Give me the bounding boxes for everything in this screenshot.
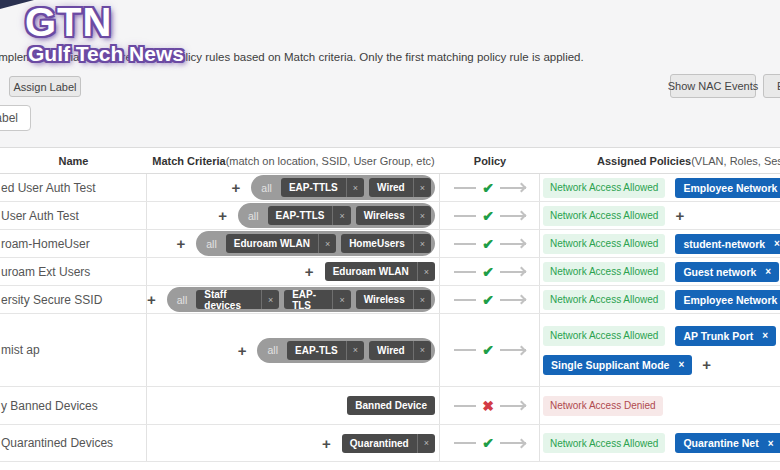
match-tag[interactable]: Eduroam WLAN× (325, 262, 435, 281)
assigned-policies-line: Network Access Allowed+ (543, 206, 780, 226)
policy-allow-icon[interactable]: ✔ (482, 293, 494, 307)
match-tag[interactable]: HomeUsers× (341, 234, 431, 253)
rule-name-label: y Banned Devices (1, 399, 98, 413)
match-tag[interactable]: Wired× (369, 341, 431, 360)
match-tag[interactable]: Wireless× (356, 206, 431, 225)
match-tag[interactable]: EAP-TLS× (287, 341, 364, 360)
policy-arrowhead-icon (516, 295, 526, 305)
match-criteria-cell: +Quarantined× (147, 425, 440, 461)
show-nac-events-button[interactable]: Show NAC Events (670, 74, 756, 98)
remove-tag-icon[interactable]: × (261, 290, 279, 309)
match-criteria-cell: +allEAP-TTLS×Wireless× (147, 202, 440, 229)
add-match-criteria-button[interactable]: + (232, 180, 241, 195)
match-operator-all: all (248, 210, 259, 222)
network-access-status[interactable]: Network Access Denied (543, 396, 663, 416)
assigned-policy-tag[interactable]: Employee Network× (675, 290, 780, 310)
remove-policy-icon[interactable]: × (678, 359, 684, 370)
add-match-criteria-button[interactable]: + (238, 343, 247, 358)
network-access-status[interactable]: Network Access Allowed (543, 290, 665, 310)
remove-policy-icon[interactable]: × (768, 438, 774, 449)
policy-arrowhead-icon (516, 345, 526, 355)
match-tag[interactable]: Banned Device (347, 396, 435, 415)
assigned-policy-tag[interactable]: student-network× (675, 234, 780, 254)
assigned-policies-cell: Network Access Allowed+ (540, 202, 780, 229)
remove-tag-icon[interactable]: × (346, 341, 364, 360)
assign-label-button[interactable]: Assign Label (9, 76, 81, 97)
assigned-policy-tag[interactable]: Employee Network× (675, 178, 780, 198)
network-access-status[interactable]: Network Access Allowed (543, 326, 665, 346)
match-criteria-cell: +allEAP-TTLS×Wired× (147, 174, 440, 201)
policy-deny-icon[interactable]: ✖ (482, 399, 494, 413)
match-tag[interactable]: Wireless× (356, 290, 431, 309)
remove-tag-icon[interactable]: × (413, 234, 431, 253)
assigned-policy-tag[interactable]: Single Supplicant Mode× (543, 355, 692, 375)
assigned-policies-cell: Network Access Allowedstudent-network×+ (540, 230, 780, 257)
policy-allow-icon[interactable]: ✔ (482, 436, 494, 450)
remove-tag-icon[interactable]: × (346, 178, 364, 197)
network-access-status[interactable]: Network Access Allowed (543, 262, 665, 282)
rule-name-cell[interactable]: y Banned Devices (0, 387, 147, 424)
network-access-status[interactable]: Network Access Allowed (543, 234, 665, 254)
assigned-policy-tag[interactable]: AP Trunk Port× (675, 326, 776, 346)
remove-tag-icon[interactable]: × (332, 206, 350, 225)
assigned-policy-tag[interactable]: Quarantine Net× (675, 433, 780, 453)
label-box[interactable]: abel (0, 105, 31, 131)
match-tag[interactable]: EAP-TTLS× (268, 206, 351, 225)
match-tag[interactable]: EAP-TLS× (284, 290, 351, 309)
policy-arrow: ✔ (454, 209, 525, 223)
assigned-policies-cell: Network Access Denied (540, 387, 780, 424)
policy-allow-icon[interactable]: ✔ (482, 265, 494, 279)
match-criteria-group: allStaff devices×EAP-TLS×Wireless× (167, 287, 435, 312)
remove-tag-icon[interactable]: × (318, 234, 336, 253)
remove-tag-icon[interactable]: × (413, 178, 431, 197)
policy-rules-table: Name Match Criteria (match on location, … (0, 147, 780, 462)
add-match-criteria-button[interactable]: + (147, 292, 156, 307)
policy-arrow: ✔ (454, 237, 525, 251)
rule-name-cell[interactable]: User Auth Test (0, 202, 147, 229)
network-access-status[interactable]: Network Access Allowed (543, 433, 665, 453)
policy-allow-icon[interactable]: ✔ (482, 343, 494, 357)
assigned-policy-label: student-network (683, 238, 765, 250)
remove-policy-icon[interactable]: × (765, 266, 771, 277)
rule-name-cell[interactable]: Quarantined Devices (0, 425, 147, 461)
remove-tag-icon[interactable]: × (413, 290, 431, 309)
partial-button-right[interactable]: E (763, 74, 780, 98)
remove-tag-icon[interactable]: × (413, 206, 431, 225)
remove-tag-icon[interactable]: × (413, 341, 431, 360)
add-policy-button[interactable]: + (702, 357, 711, 372)
add-match-criteria-button[interactable]: + (322, 436, 331, 451)
policy-arrow-line (454, 405, 476, 407)
assigned-policy-tag[interactable]: Guest network× (675, 262, 779, 282)
policy-arrow-line (454, 243, 476, 245)
add-match-criteria-button[interactable]: + (176, 236, 185, 251)
policy-arrowhead-icon (516, 239, 526, 249)
remove-tag-icon[interactable]: × (332, 290, 350, 309)
match-tag[interactable]: Wired× (369, 178, 431, 197)
rule-name-cell[interactable]: roam-HomeUser (0, 230, 147, 257)
remove-tag-icon[interactable]: × (417, 262, 435, 281)
add-policy-button[interactable]: + (675, 208, 684, 223)
add-match-criteria-button[interactable]: + (305, 264, 314, 279)
assigned-policy-label: Employee Network (683, 182, 777, 194)
rule-name-cell[interactable]: ed User Auth Test (0, 174, 147, 201)
remove-policy-icon[interactable]: × (774, 238, 780, 249)
remove-tag-icon[interactable]: × (417, 434, 435, 453)
network-access-status[interactable]: Network Access Allowed (543, 206, 665, 226)
match-tag[interactable]: Eduroam WLAN× (226, 234, 336, 253)
match-tag[interactable]: EAP-TTLS× (281, 178, 364, 197)
policy-allow-icon[interactable]: ✔ (482, 181, 494, 195)
network-access-status[interactable]: Network Access Allowed (543, 178, 665, 198)
match-tag-label: Banned Device (347, 400, 435, 411)
rule-name-cell[interactable]: mist ap (0, 314, 147, 386)
policy-allow-icon[interactable]: ✔ (482, 209, 494, 223)
rule-name-cell[interactable]: ersity Secure SSID (0, 286, 147, 313)
add-match-criteria-button[interactable]: + (218, 208, 227, 223)
column-header-match-criteria: Match Criteria (match on location, SSID,… (147, 148, 440, 174)
match-tag[interactable]: Staff devices× (196, 290, 279, 309)
policy-arrow-line (454, 299, 476, 301)
remove-policy-icon[interactable]: × (762, 330, 768, 341)
policy-allow-icon[interactable]: ✔ (482, 237, 494, 251)
column-header-name: Name (0, 148, 147, 174)
match-tag[interactable]: Quarantined× (342, 434, 435, 453)
rule-name-cell[interactable]: uroam Ext Users (0, 258, 147, 285)
